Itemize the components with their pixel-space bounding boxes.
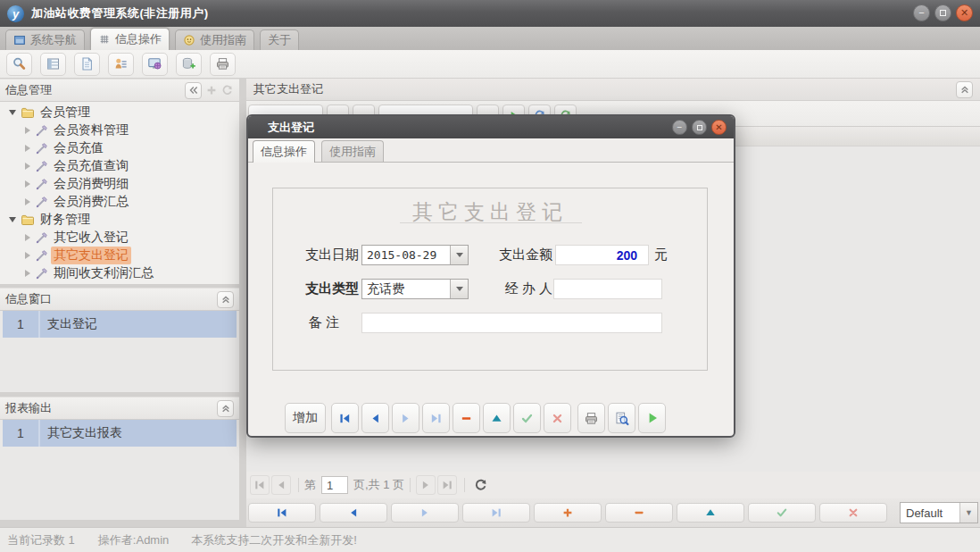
tree-label: 会员管理 <box>40 105 90 121</box>
tree-item-member-recharge[interactable]: 会员充值 <box>0 139 239 157</box>
monitor-button[interactable] <box>142 53 168 76</box>
record-add-button[interactable] <box>534 503 602 523</box>
collapsed-arrow-icon[interactable] <box>25 163 30 170</box>
record-edit-button[interactable] <box>677 503 744 523</box>
tool-icon <box>35 160 48 173</box>
run-button[interactable] <box>638 403 666 433</box>
table-button[interactable] <box>40 53 66 76</box>
print-button[interactable] <box>577 403 605 433</box>
record-delete-button[interactable] <box>605 503 673 523</box>
prev-page-button[interactable] <box>271 475 291 495</box>
tree-item-other-income[interactable]: 其它收入登记 <box>0 229 239 247</box>
search-button[interactable] <box>6 53 32 76</box>
refresh-icon[interactable] <box>220 84 234 97</box>
collapsed-arrow-icon[interactable] <box>25 145 30 152</box>
confirm-button[interactable] <box>513 403 541 433</box>
tab-label: 信息操作 <box>261 144 307 160</box>
cancel-button[interactable] <box>544 403 571 433</box>
next-page-button[interactable] <box>416 475 436 495</box>
record-cancel-button[interactable] <box>819 503 887 523</box>
chevron-double-up-icon <box>220 293 232 305</box>
remark-label: 备 注 <box>309 314 339 331</box>
dialog-close-button[interactable]: ✕ <box>711 120 727 135</box>
remark-input[interactable] <box>361 313 662 333</box>
tree-item-consume-summary[interactable]: 会员消费汇总 <box>0 193 239 211</box>
tree-folder-member-manage[interactable]: 会员管理 <box>0 104 239 121</box>
edit-record-button[interactable] <box>483 403 511 433</box>
tab-about[interactable]: 关于 <box>260 29 299 50</box>
dialog-tab-info-operation[interactable]: 信息操作 <box>253 140 315 163</box>
prev-record-button[interactable] <box>361 403 389 433</box>
tab-user-guide[interactable]: 使用指南 <box>175 29 254 50</box>
chevron-down-icon[interactable] <box>450 280 468 298</box>
tree-item-consume-detail[interactable]: 会员消费明细 <box>0 175 239 193</box>
tree-item-profit-summary[interactable]: 期间收支利润汇总 <box>0 264 239 282</box>
tool-icon <box>35 249 48 263</box>
record-next-button[interactable] <box>391 503 459 523</box>
list-item-expense-register[interactable]: 1 支出登记 <box>3 311 237 338</box>
info-window-panel-header: 信息窗口 <box>0 288 239 311</box>
maximize-button[interactable] <box>934 4 951 21</box>
record-confirm-button[interactable] <box>748 503 816 523</box>
add-button[interactable]: 增加 <box>285 403 326 433</box>
dialog-maximize-button[interactable] <box>692 120 707 135</box>
collapsed-arrow-icon[interactable] <box>25 252 30 259</box>
tool-icon <box>35 231 48 245</box>
database-add-button[interactable] <box>176 53 202 76</box>
delete-record-button[interactable] <box>453 403 480 433</box>
tab-info-operation[interactable]: 信息操作 <box>90 28 170 50</box>
minimize-button[interactable]: − <box>913 4 930 21</box>
date-combobox[interactable]: 2015-08-29 <box>361 245 469 265</box>
tree-item-other-expense[interactable]: 其它支出登记 <box>0 247 239 264</box>
collapse-main-button[interactable] <box>956 81 973 98</box>
expanded-arrow-icon[interactable] <box>9 217 16 222</box>
next-record-button[interactable] <box>392 403 419 433</box>
amount-input[interactable] <box>555 245 649 265</box>
collapse-panel-button[interactable] <box>217 291 234 308</box>
close-button[interactable]: ✕ <box>956 4 973 21</box>
triangle-up-icon <box>704 506 717 519</box>
dialog-minimize-button[interactable]: − <box>672 120 687 135</box>
last-record-button[interactable] <box>422 403 450 433</box>
table-icon <box>46 56 61 71</box>
report-output-panel-header: 报表输出 <box>0 397 239 420</box>
tree-folder-finance-manage[interactable]: 财务管理 <box>0 211 239 229</box>
record-first-button[interactable] <box>248 503 316 523</box>
operator-label: 经 办 人 <box>505 280 552 297</box>
record-prev-button[interactable] <box>320 503 387 523</box>
plus-icon <box>561 506 574 519</box>
last-page-button[interactable] <box>437 475 457 495</box>
dialog-tab-user-guide[interactable]: 使用指南 <box>321 140 384 162</box>
collapsed-arrow-icon[interactable] <box>25 270 30 277</box>
type-combobox[interactable]: 充话费 <box>361 279 469 299</box>
first-page-button[interactable] <box>250 475 270 495</box>
refresh-page-button[interactable] <box>470 475 490 495</box>
collapse-panel-button[interactable] <box>217 400 234 417</box>
page-number-input[interactable] <box>321 476 348 494</box>
panel-title: 信息窗口 <box>5 291 52 307</box>
collapsed-arrow-icon[interactable] <box>25 198 30 205</box>
window-titlebar: y 加油站收费管理系统(非注册用户) − ✕ <box>0 0 980 27</box>
first-record-button[interactable] <box>331 403 359 433</box>
printer-button[interactable] <box>210 53 236 76</box>
tree-item-recharge-query[interactable]: 会员充值查询 <box>0 157 239 175</box>
operator-label: 操作者:Admin <box>98 532 169 548</box>
record-last-button[interactable] <box>462 503 530 523</box>
tree-item-member-info[interactable]: 会员资料管理 <box>0 121 239 139</box>
collapsed-arrow-icon[interactable] <box>25 234 30 241</box>
collapsed-arrow-icon[interactable] <box>25 180 30 188</box>
collapsed-arrow-icon[interactable] <box>25 127 30 134</box>
next-page-icon <box>419 479 432 491</box>
list-item-expense-report[interactable]: 1 其它支出报表 <box>3 420 237 447</box>
operator-input[interactable] <box>553 279 662 299</box>
chevron-down-icon[interactable] <box>450 246 468 264</box>
user-list-icon <box>113 56 129 71</box>
expanded-arrow-icon[interactable] <box>9 110 16 115</box>
preview-button[interactable] <box>608 403 635 433</box>
collapse-sidebar-button[interactable] <box>185 82 202 99</box>
add-icon[interactable] <box>204 84 218 97</box>
default-select[interactable]: Default ▼ <box>900 502 978 523</box>
user-manage-button[interactable] <box>108 53 134 76</box>
document-button[interactable] <box>74 53 100 76</box>
tab-system-nav[interactable]: 系统导航 <box>5 29 85 50</box>
